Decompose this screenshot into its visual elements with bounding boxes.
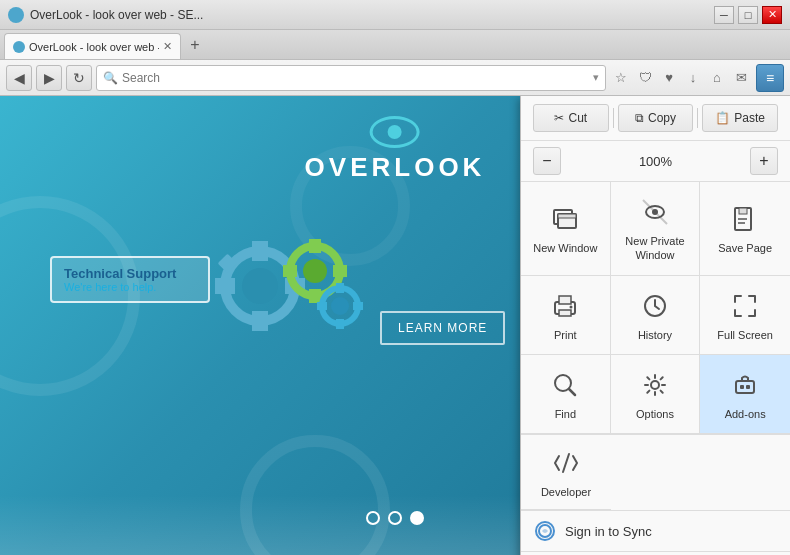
paste-button[interactable]: 📋 Paste — [702, 104, 778, 132]
chat-icon[interactable]: ✉ — [730, 67, 752, 89]
new-window-icon — [547, 201, 583, 237]
svg-rect-10 — [309, 239, 321, 253]
paste-icon: 📋 — [715, 111, 730, 125]
hamburger-menu-button[interactable]: ≡ — [756, 64, 784, 92]
tab-overlook[interactable]: OverLook - look over web - SE... ✕ — [4, 33, 181, 59]
search-input[interactable] — [122, 71, 589, 85]
minimize-button[interactable]: ─ — [714, 6, 734, 24]
cut-button[interactable]: ✂ Cut — [533, 104, 609, 132]
menu-item-history[interactable]: History — [611, 276, 701, 355]
svg-rect-37 — [736, 381, 754, 393]
svg-rect-11 — [309, 289, 321, 303]
overlook-logo: OVERLOOK — [305, 116, 486, 183]
addons-icon — [727, 367, 763, 403]
learn-more-button[interactable]: LEARN MORE — [380, 311, 505, 345]
menu-item-print[interactable]: Print — [521, 276, 611, 355]
window-controls: ─ □ ✕ — [714, 6, 782, 24]
logo-text: OVERLOOK — [305, 152, 486, 183]
svg-rect-31 — [559, 310, 571, 316]
menu-item-addons[interactable]: Add-ons — [700, 355, 790, 434]
print-label: Print — [554, 328, 577, 342]
window-title: OverLook - look over web - SE... — [30, 8, 714, 22]
tab-favicon — [13, 41, 25, 53]
svg-point-15 — [331, 297, 349, 315]
download-icon[interactable]: ↓ — [682, 67, 704, 89]
home-icon[interactable]: ⌂ — [706, 67, 728, 89]
find-label: Find — [555, 407, 576, 421]
favicon — [8, 7, 24, 23]
svg-rect-3 — [252, 311, 268, 331]
tab-label: OverLook - look over web - SE... — [29, 41, 159, 53]
svg-rect-2 — [252, 241, 268, 261]
maximize-button[interactable]: □ — [738, 6, 758, 24]
menu-item-options[interactable]: Options — [611, 355, 701, 434]
svg-rect-12 — [283, 265, 297, 277]
zoom-in-button[interactable]: + — [750, 147, 778, 175]
copy-icon: ⧉ — [635, 111, 644, 125]
menu-grid: New Window New PrivateWindow Save Page — [521, 182, 790, 435]
menu-item-new-private-window[interactable]: New PrivateWindow — [611, 182, 701, 276]
menu-item-save-page[interactable]: Save Page — [700, 182, 790, 276]
back-button[interactable]: ◀ — [6, 65, 32, 91]
nav-bar: ◀ ▶ ↻ 🔍 ▾ ☆ 🛡 ♥ ↓ ⌂ ✉ ≡ — [0, 60, 790, 96]
sync-label: Sign in to Sync — [565, 524, 652, 539]
svg-rect-39 — [746, 385, 750, 389]
copy-button[interactable]: ⧉ Copy — [618, 104, 694, 132]
url-bar[interactable]: 🔍 ▾ — [96, 65, 606, 91]
tech-support-box: Technical Support We're here to help. — [50, 256, 210, 303]
logo-pupil — [388, 125, 402, 139]
zoom-value: 100% — [569, 154, 742, 169]
svg-point-1 — [242, 268, 278, 304]
svg-point-9 — [303, 259, 327, 283]
history-label: History — [638, 328, 672, 342]
zoom-out-button[interactable]: − — [533, 147, 561, 175]
tech-support-sub: We're here to help. — [64, 281, 196, 293]
new-window-label: New Window — [533, 241, 597, 255]
shield-icon[interactable]: 🛡 — [634, 67, 656, 89]
new-tab-button[interactable]: + — [183, 33, 207, 57]
svg-rect-38 — [740, 385, 744, 389]
svg-line-40 — [563, 454, 569, 472]
sign-in-to-sync[interactable]: Sign in to Sync — [521, 511, 790, 552]
reload-button[interactable]: ↻ — [66, 65, 92, 91]
tab-close-button[interactable]: ✕ — [163, 40, 172, 53]
menu-item-full-screen[interactable]: Full Screen — [700, 276, 790, 355]
menu-item-developer[interactable]: Developer — [521, 435, 611, 510]
firefox-menu: ✂ Cut ⧉ Copy 📋 Paste − 100% + — [520, 96, 790, 555]
svg-rect-19 — [353, 302, 363, 310]
new-private-window-label: New PrivateWindow — [625, 234, 684, 263]
svg-rect-22 — [558, 214, 576, 218]
zoom-row: − 100% + — [521, 141, 790, 182]
svg-point-36 — [651, 381, 659, 389]
private-window-icon — [637, 194, 673, 230]
developer-row: Developer — [521, 435, 790, 511]
close-button[interactable]: ✕ — [762, 6, 782, 24]
print-icon — [547, 288, 583, 324]
addons-label: Add-ons — [725, 407, 766, 421]
nav-action-icons: ☆ 🛡 ♥ ↓ ⌂ ✉ — [610, 67, 752, 89]
search-icon: 🔍 — [103, 71, 118, 85]
gears-graphic — [200, 226, 400, 349]
url-dropdown-icon: ▾ — [593, 71, 599, 84]
full-screen-label: Full Screen — [717, 328, 773, 342]
main-content: OVERLOOK Full S 24 ho Technical Support … — [0, 96, 790, 555]
title-bar: OverLook - look over web - SE... ─ □ ✕ — [0, 0, 790, 30]
menu-item-new-window[interactable]: New Window — [521, 182, 611, 276]
save-page-label: Save Page — [718, 241, 772, 255]
svg-rect-17 — [336, 319, 344, 329]
bookmark-icon[interactable]: ☆ — [610, 67, 632, 89]
cut-icon: ✂ — [554, 111, 564, 125]
find-icon — [547, 367, 583, 403]
developer-icon — [548, 445, 584, 481]
options-icon — [637, 367, 673, 403]
svg-rect-4 — [215, 278, 235, 294]
forward-button[interactable]: ▶ — [36, 65, 62, 91]
svg-line-35 — [569, 389, 575, 395]
menu-item-find[interactable]: Find — [521, 355, 611, 434]
tab-bar: OverLook - look over web - SE... ✕ + — [0, 30, 790, 60]
svg-rect-13 — [333, 265, 347, 277]
svg-rect-18 — [317, 302, 327, 310]
full-screen-icon — [727, 288, 763, 324]
heart-icon[interactable]: ♥ — [658, 67, 680, 89]
options-label: Options — [636, 407, 674, 421]
